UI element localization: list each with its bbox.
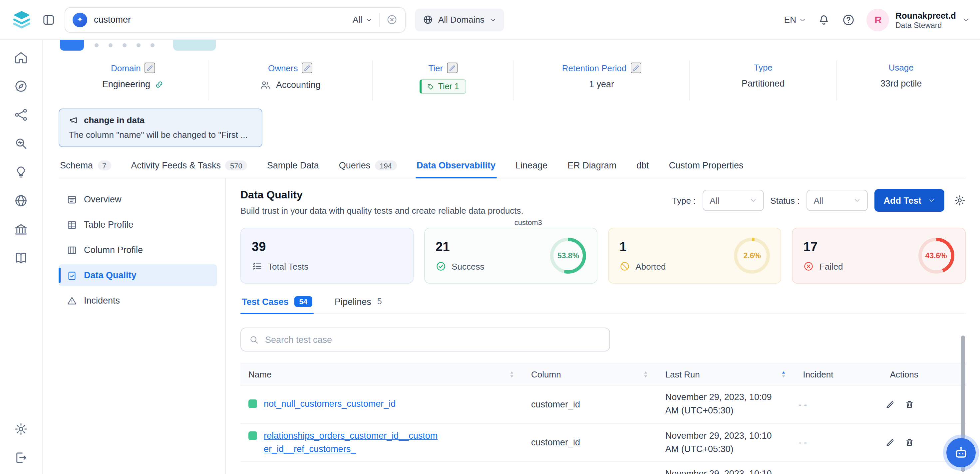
- profiler-nav: Overview Table Profile Column Profile Da…: [59, 178, 225, 474]
- entity-action-dots: [95, 43, 154, 47]
- edit-test-button[interactable]: [885, 438, 896, 448]
- column-header-name[interactable]: Name: [240, 364, 523, 385]
- ai-search-icon: ✦: [73, 12, 87, 27]
- meta-domain-value[interactable]: Engineering: [102, 79, 150, 89]
- sidebar-item-explore[interactable]: [14, 79, 28, 93]
- nav-item-incidents[interactable]: Incidents: [59, 289, 217, 312]
- logout-button[interactable]: [14, 451, 28, 465]
- column-header-actions: Actions: [882, 364, 965, 385]
- quality-settings-button[interactable]: [953, 194, 965, 206]
- domains-dropdown[interactable]: All Domains: [415, 8, 504, 31]
- home-icon: [14, 51, 28, 65]
- tab-queries[interactable]: Queries194: [338, 154, 398, 178]
- card-success[interactable]: custom3 21 Success 53.8%: [424, 227, 597, 284]
- trash-icon: [905, 399, 915, 409]
- type-filter-select[interactable]: All: [702, 190, 764, 211]
- sidebar-item-govern[interactable]: [14, 222, 28, 236]
- sidebar-item-observability[interactable]: [14, 137, 28, 151]
- tab-sample-data[interactable]: Sample Data: [266, 154, 320, 178]
- chevron-down-icon: [928, 197, 935, 204]
- nav-item-data-quality[interactable]: Data Quality: [59, 264, 217, 286]
- announcement-body: The column "name" will be changed to "Fi…: [68, 130, 252, 140]
- tab-activity-feeds[interactable]: Activity Feeds & Tasks570: [129, 154, 248, 178]
- global-search[interactable]: ✦ All: [65, 7, 406, 32]
- column-header-incident: Incident: [795, 364, 882, 385]
- chevron-down-icon: [366, 16, 372, 23]
- support-chat-button[interactable]: [946, 438, 975, 467]
- language-select[interactable]: EN: [784, 14, 806, 25]
- table-row: relationships_orders_customer_id__custom…: [240, 424, 965, 462]
- search-scope-select[interactable]: All: [353, 14, 372, 25]
- sidebar-item-glossary[interactable]: [14, 251, 28, 265]
- summary-cards: 39 Total Tests custom3 21 Success 53.8%: [240, 227, 965, 284]
- chevron-down-icon: [800, 16, 806, 23]
- left-rail: [0, 40, 43, 474]
- table-header-row: Name Column Last Run Incident Actions: [240, 364, 965, 385]
- edit-icon[interactable]: [630, 62, 641, 73]
- search-icon: [249, 334, 259, 345]
- edit-icon[interactable]: [302, 62, 313, 73]
- tab-dbt[interactable]: dbt: [635, 154, 650, 178]
- tooltip-custom3: custom3: [514, 218, 542, 226]
- sidebar-item-home[interactable]: [14, 51, 28, 65]
- cell-incident: - -: [791, 433, 877, 453]
- sidebar-toggle-button[interactable]: [42, 13, 55, 26]
- edit-icon[interactable]: [447, 62, 458, 73]
- table-row: unique_customers_customer_id customer_id…: [240, 462, 965, 474]
- user-name: Rounakpreet.d: [896, 10, 956, 20]
- sidebar-item-domains[interactable]: [14, 194, 28, 208]
- sidebar-item-lineage[interactable]: [14, 108, 28, 122]
- card-failed[interactable]: 17 Failed 43.6%: [792, 227, 965, 284]
- meta-retention: Retention Period 1 year: [513, 60, 689, 100]
- megaphone-icon: [68, 115, 79, 125]
- user-role: Data Steward: [896, 21, 956, 29]
- help-icon: [842, 13, 856, 26]
- edit-icon[interactable]: [145, 62, 156, 73]
- delete-test-button[interactable]: [905, 399, 915, 409]
- meta-owners-value[interactable]: Accounting: [276, 80, 321, 90]
- cell-column: customer_id: [523, 394, 657, 415]
- tag-icon: [427, 83, 434, 90]
- globe-icon: [14, 194, 28, 208]
- pencil-icon: [885, 399, 896, 409]
- settings-button[interactable]: [14, 422, 28, 436]
- nav-item-table-profile[interactable]: Table Profile: [59, 214, 217, 236]
- tier-badge-label: Tier 1: [438, 82, 459, 91]
- meta-tier: Tier Tier 1: [372, 60, 513, 100]
- add-test-button[interactable]: Add Test: [875, 189, 944, 212]
- tab-lineage[interactable]: Lineage: [514, 154, 549, 178]
- column-header-last-run[interactable]: Last Run: [657, 364, 795, 385]
- edit-test-button[interactable]: [885, 399, 896, 409]
- tab-schema[interactable]: Schema7: [59, 154, 112, 178]
- tab-er-diagram[interactable]: ER Diagram: [566, 154, 618, 178]
- card-total-tests[interactable]: 39 Total Tests: [240, 227, 414, 284]
- tab-custom-properties[interactable]: Custom Properties: [668, 154, 745, 178]
- help-button[interactable]: [842, 13, 856, 26]
- tab-test-cases[interactable]: Test Cases 54: [240, 296, 313, 313]
- delete-test-button[interactable]: [905, 438, 915, 448]
- column-header-column[interactable]: Column: [523, 364, 657, 385]
- status-filter-select[interactable]: All: [807, 190, 868, 211]
- gear-icon: [953, 194, 965, 206]
- sort-icon: [642, 370, 649, 379]
- tab-pipelines[interactable]: Pipelines 5: [333, 296, 383, 313]
- test-case-link[interactable]: relationships_orders_customer_id__custom…: [264, 429, 438, 455]
- test-case-search[interactable]: [240, 328, 610, 352]
- search-clear-button[interactable]: [386, 14, 398, 25]
- meta-tier-label: Tier: [428, 63, 443, 73]
- test-case-search-input[interactable]: [265, 334, 601, 345]
- tab-data-observability[interactable]: Data Observability: [415, 154, 497, 178]
- entity-meta-row: Domain Engineering Owners Accounting Tie…: [59, 60, 965, 100]
- announcement-card[interactable]: change in data The column "name" will be…: [59, 108, 262, 147]
- nav-item-column-profile[interactable]: Column Profile: [59, 239, 217, 261]
- user-menu[interactable]: R Rounakpreet.d Data Steward: [867, 8, 969, 31]
- cell-column: customer_id: [523, 433, 657, 453]
- entity-badge: [173, 40, 216, 51]
- sidebar-item-insights[interactable]: [14, 165, 28, 179]
- notifications-button[interactable]: [818, 13, 831, 26]
- card-aborted[interactable]: 1 Aborted 2.6%: [608, 227, 781, 284]
- chevron-down-icon: [749, 197, 756, 204]
- nav-item-overview[interactable]: Overview: [59, 188, 217, 210]
- global-search-input[interactable]: [94, 14, 346, 25]
- test-case-link[interactable]: not_null_customers_customer_id: [264, 398, 396, 411]
